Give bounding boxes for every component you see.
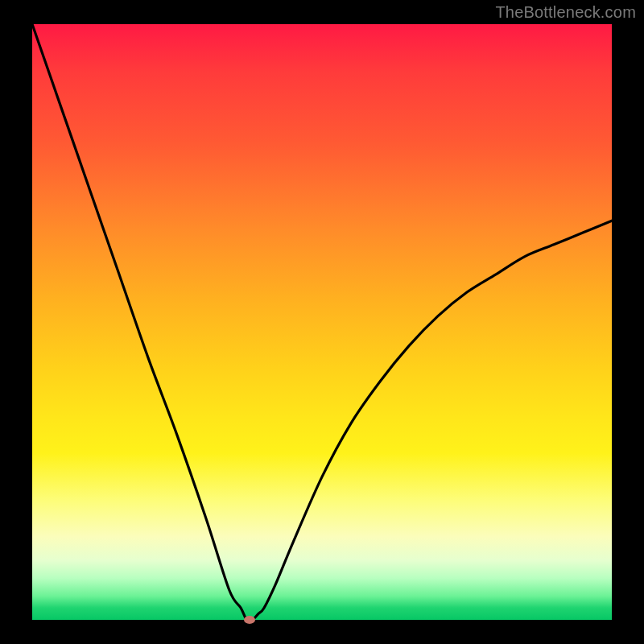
watermark-text: TheBottleneck.com — [495, 3, 636, 22]
chart-frame: TheBottleneck.com — [0, 0, 644, 644]
optimal-point-marker — [244, 616, 255, 624]
plot-area — [32, 24, 612, 620]
bottleneck-curve — [32, 24, 612, 620]
